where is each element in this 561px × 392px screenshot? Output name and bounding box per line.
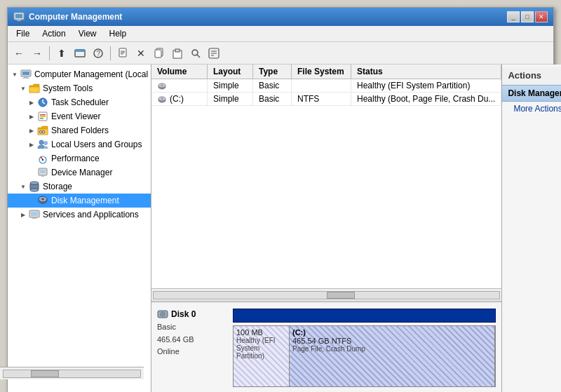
tree-performance[interactable]: Performance [8,151,151,165]
table-row[interactable]: (C:) Simple Basic NTFS Healthy (Boot, Pa… [151,93,501,106]
tree-local-users[interactable]: Local Users and Groups [8,137,151,151]
storage-icon [29,181,40,192]
col-volume[interactable]: Volume [151,65,208,79]
menu-help[interactable]: Help [104,27,133,40]
tree-storage[interactable]: Storage [8,180,151,194]
paste-button[interactable] [169,45,186,62]
svg-rect-50 [32,217,36,219]
col-type[interactable]: Type [253,65,292,79]
tree-root[interactable]: Computer Management (Local [8,67,151,81]
maximize-button[interactable]: □ [521,11,534,22]
new-icon [117,48,128,59]
properties-icon [208,48,219,59]
tree-event-viewer[interactable]: Event Viewer [8,109,151,123]
toolbar: ← → ⬆ ? ✕ [8,42,553,65]
shared-folders-label: Shared Folders [51,126,109,135]
tree-shared-folders[interactable]: Shared Folders [8,123,151,137]
svg-point-43 [30,182,39,184]
help-icon: ? [93,48,104,59]
svg-rect-49 [31,212,38,216]
col-status[interactable]: Status [351,65,501,79]
row2-layout: Simple [208,93,253,105]
partition-efi[interactable]: 100 MB Healthy (EFI System Partition) [234,326,290,386]
search-button[interactable] [187,45,204,62]
row2-status: Healthy (Boot, Page File, Crash Du... [351,93,501,105]
svg-point-38 [42,159,43,161]
tree-task-scheduler[interactable]: Task Scheduler [8,95,151,109]
disk-visualization: Disk 0 Basic 465.64 GB Online [151,302,501,392]
svg-point-15 [192,50,198,55]
svg-rect-4 [75,50,85,52]
delete-button[interactable]: ✕ [133,45,149,62]
local-users-icon [37,139,48,150]
svg-point-53 [161,85,163,86]
root-expander [11,70,19,79]
up-button[interactable]: ⬆ [53,45,70,62]
copy-icon [154,48,165,59]
storage-expander [19,182,27,191]
shared-folders-expander [27,126,36,135]
tree-services[interactable]: Services and Applications [8,208,151,222]
right-panel: Volume Layout Type File System Status [151,65,501,392]
search-icon [190,48,201,59]
back-button[interactable]: ← [11,45,27,62]
title-bar-left: Computer Management [13,11,122,22]
tree-container: Computer Management (Local System Tools [8,65,151,224]
col-filesystem[interactable]: File System [292,65,351,79]
col-layout[interactable]: Layout [208,65,253,79]
disk-name: Disk 0 [157,309,227,320]
device-manager-icon [37,167,48,178]
row2-volume: (C:) [151,93,208,105]
window-title: Computer Management [29,12,122,22]
disk-management-action-header[interactable]: Disk Management ▲ [502,85,561,102]
disk-small-icon [157,94,167,104]
properties-button[interactable] [205,45,222,62]
svg-line-16 [197,55,200,58]
close-button[interactable]: ✕ [535,11,548,22]
help-button[interactable]: ? [90,45,107,62]
svg-point-59 [162,313,163,315]
performance-expander [27,154,36,163]
minimize-button[interactable]: _ [507,11,520,22]
disk-info: Disk 0 Basic 465.64 GB Online [157,309,227,387]
system-tools-label: System Tools [43,83,93,93]
new-button[interactable] [114,45,131,62]
partition-c[interactable]: (C:) 465.54 GB NTFS Page File, Crash Dum… [290,326,495,386]
window-icon [74,48,86,59]
svg-rect-24 [22,78,29,79]
disk-management-icon [37,195,48,206]
tree-disk-management[interactable]: Disk Management [8,194,151,208]
tree-device-manager[interactable]: Device Manager [8,165,151,180]
row2-fs: NTFS [292,93,351,105]
shared-folders-icon [37,125,48,136]
row1-status: Healthy (EFI System Partition) [351,79,501,92]
table-scrollbar[interactable] [151,288,501,301]
show-hide-button[interactable] [72,45,88,62]
menu-view[interactable]: View [73,27,102,40]
local-users-label: Local Users and Groups [51,140,142,149]
system-tools-icon [29,83,40,94]
table-row[interactable]: Simple Basic Healthy (EFI System Partiti… [151,79,501,93]
row1-fs [292,79,351,92]
disk-partitions: 100 MB Healthy (EFI System Partition) (C… [233,325,496,387]
event-viewer-expander [27,112,36,121]
row1-volume [151,79,208,92]
svg-rect-12 [155,50,161,58]
menu-action[interactable]: Action [36,27,71,40]
efi-desc: Healthy (EFI System Partition) [236,337,286,360]
svg-rect-31 [40,118,43,119]
menu-file[interactable]: File [11,27,35,40]
forward-button[interactable]: → [29,45,46,62]
row1-layout: Simple [208,79,253,92]
left-scrollbar[interactable] [8,367,144,379]
copy-button[interactable] [151,45,168,62]
event-viewer-icon [37,111,48,122]
tree-system-tools[interactable]: System Tools [8,81,151,95]
more-actions-link[interactable]: More Actions [502,102,561,116]
disk-small-icon [157,81,167,90]
svg-point-56 [161,98,163,100]
disk-table: Volume Layout Type File System Status [151,65,501,302]
svg-rect-29 [40,114,46,116]
disk-icon [157,309,168,320]
task-scheduler-expander [27,98,36,107]
